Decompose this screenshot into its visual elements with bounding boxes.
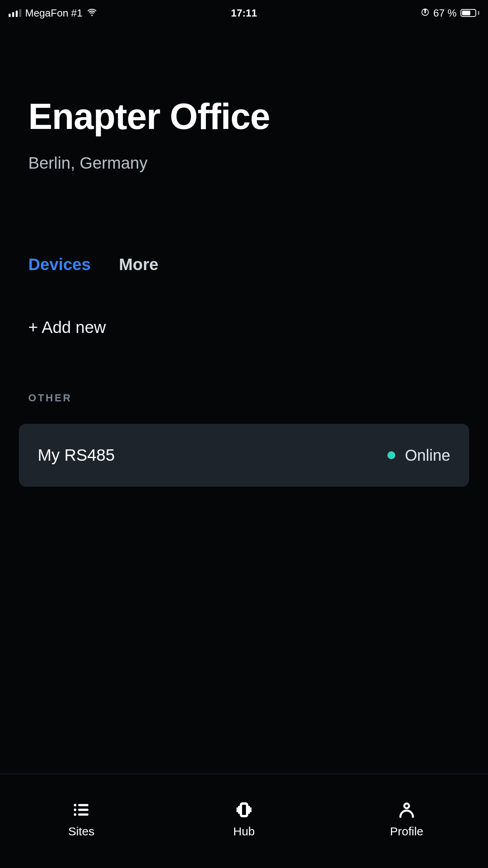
svg-rect-7 bbox=[78, 813, 88, 816]
status-dot-icon bbox=[387, 451, 395, 459]
hub-icon bbox=[233, 800, 255, 819]
device-name: My RS485 bbox=[38, 446, 115, 465]
nav-hub-label: Hub bbox=[233, 825, 255, 838]
main-content: Enapter Office Berlin, Germany Devices M… bbox=[0, 0, 488, 487]
tabs: Devices More bbox=[0, 255, 488, 274]
device-list: My RS485 Online bbox=[0, 424, 488, 487]
nav-profile[interactable]: Profile bbox=[325, 774, 488, 868]
site-header: Enapter Office Berlin, Germany bbox=[0, 26, 488, 173]
section-label-other: OTHER bbox=[0, 392, 488, 404]
list-icon bbox=[70, 800, 92, 819]
device-status: Online bbox=[387, 447, 450, 464]
add-new-label: + Add new bbox=[28, 318, 106, 337]
device-status-text: Online bbox=[405, 447, 450, 464]
nav-profile-label: Profile bbox=[390, 825, 423, 838]
svg-point-6 bbox=[74, 813, 76, 815]
svg-point-4 bbox=[74, 808, 76, 811]
svg-rect-8 bbox=[241, 804, 247, 816]
bottom-nav: Sites Hub Profile bbox=[0, 774, 488, 868]
profile-icon bbox=[396, 800, 418, 819]
device-card[interactable]: My RS485 Online bbox=[19, 424, 469, 487]
nav-hub[interactable]: Hub bbox=[163, 774, 325, 868]
tab-devices[interactable]: Devices bbox=[28, 255, 91, 274]
svg-point-2 bbox=[74, 804, 76, 806]
svg-point-13 bbox=[404, 804, 409, 808]
tab-more[interactable]: More bbox=[119, 255, 158, 274]
svg-rect-3 bbox=[78, 804, 88, 806]
nav-sites-label: Sites bbox=[68, 825, 95, 838]
site-location: Berlin, Germany bbox=[28, 154, 460, 173]
add-new-button[interactable]: + Add new bbox=[0, 318, 488, 337]
site-title: Enapter Office bbox=[28, 96, 460, 137]
nav-sites[interactable]: Sites bbox=[0, 774, 163, 868]
svg-rect-5 bbox=[78, 809, 88, 811]
